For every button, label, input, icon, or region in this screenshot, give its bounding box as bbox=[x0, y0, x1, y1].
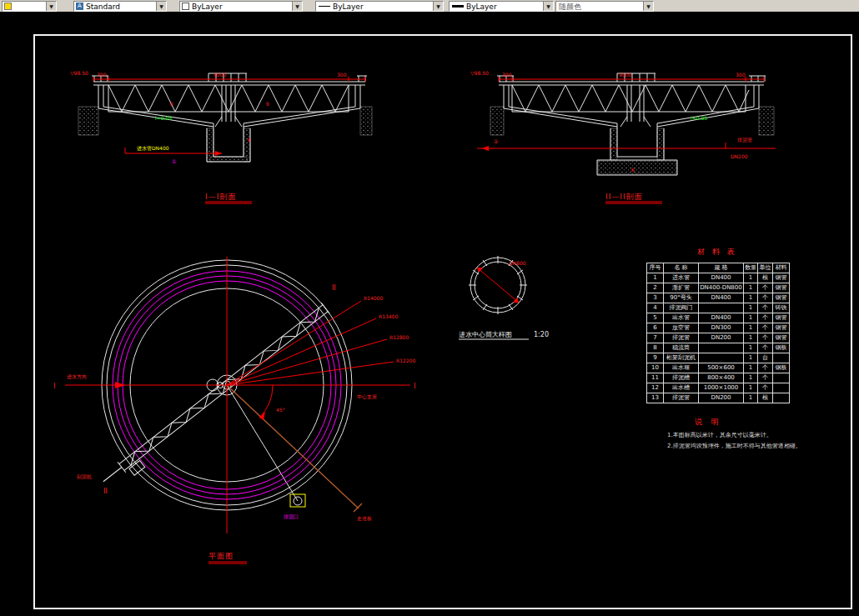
table-cell: 钢管 bbox=[773, 323, 790, 333]
table-row: 6 放空管 DN300 1 个 钢管 bbox=[647, 323, 790, 333]
table-cell: 排泥阀门 bbox=[664, 303, 699, 313]
material-table-title: 材 料 表 bbox=[646, 247, 788, 258]
table-cell bbox=[773, 373, 790, 383]
table-cell: 13 bbox=[647, 393, 664, 403]
radius-label: R12200 bbox=[396, 358, 415, 363]
dim-label: 300 bbox=[736, 72, 746, 78]
chevron-down-icon[interactable]: ▼ bbox=[46, 2, 56, 11]
text-style-combo[interactable]: A Standard ▼ bbox=[73, 1, 167, 12]
table-cell: 稳流筒 bbox=[664, 343, 699, 353]
table-cell: DN300 bbox=[699, 323, 744, 333]
table-cell: 5 bbox=[647, 313, 664, 323]
table-cell: 个 bbox=[758, 343, 773, 353]
properties-toolbar: ▼ A Standard ▼ ByLayer ▼ ByLayer ▼ ByLay… bbox=[0, 0, 859, 13]
table-row: 11 排泥槽 800×400 1 个 bbox=[647, 373, 790, 383]
table-cell: 10 bbox=[647, 363, 664, 373]
notes-block: 1.本图标高以米计，其余尺寸以毫米计。 2.排泥管均设预埋件，施工时不得与其他管… bbox=[667, 431, 807, 453]
table-cell: DN400 bbox=[699, 293, 744, 303]
table-cell: 800×400 bbox=[699, 373, 744, 383]
table-cell: 7 bbox=[647, 333, 664, 343]
table-cell bbox=[699, 353, 744, 363]
lineweight-combo[interactable]: ByLayer ▼ bbox=[449, 1, 554, 12]
sludge-label: 排泥口 bbox=[284, 513, 299, 520]
table-row: 3 90°弯头 DN400 1 个 钢管 bbox=[647, 293, 790, 303]
table-cell: 根 bbox=[758, 393, 773, 403]
dim-label: 9000 bbox=[619, 72, 631, 78]
table-row: 13 排泥管 DN200 1 根 bbox=[647, 393, 790, 403]
table-cell: 桁架刮泥机 bbox=[664, 353, 699, 363]
table-cell: 排泥槽 bbox=[664, 373, 699, 383]
linetype-combo[interactable]: ByLayer ▼ bbox=[315, 1, 444, 12]
plotstyle-value: 随颜色 bbox=[556, 3, 581, 11]
table-cell: 钢板 bbox=[773, 343, 790, 353]
table-cell: 根 bbox=[758, 273, 773, 283]
table-cell bbox=[699, 343, 744, 353]
table-cell: 个 bbox=[758, 383, 773, 393]
table-row: 8 稳流筒 1 个 钢板 bbox=[647, 343, 790, 353]
col-header: 序号 bbox=[647, 263, 664, 273]
table-cell bbox=[773, 383, 790, 393]
color-value: ByLayer bbox=[189, 3, 223, 11]
layer-combo[interactable]: ▼ bbox=[2, 1, 57, 12]
table-cell: 1 bbox=[744, 393, 758, 403]
chevron-down-icon[interactable]: ▼ bbox=[543, 2, 553, 11]
plotstyle-combo[interactable]: 随颜色 ▼ bbox=[555, 1, 654, 12]
table-cell: DN400 bbox=[699, 273, 744, 283]
table-cell: 个 bbox=[758, 283, 773, 293]
pipe-label: 排泥管 bbox=[737, 137, 752, 143]
table-cell: 90°弯头 bbox=[664, 293, 699, 303]
detail-title: 进水中心筒大样图 bbox=[459, 331, 512, 338]
table-cell: DN400 bbox=[699, 313, 744, 323]
pipe-spec-label: DN200 bbox=[731, 153, 748, 159]
chevron-down-icon[interactable]: ▼ bbox=[433, 2, 443, 11]
table-cell: 出水管 bbox=[664, 313, 699, 323]
table-cell: 1 bbox=[744, 293, 758, 303]
section-view-2: 300 9000 300 ▽98.50 i=0.05 排泥管 DN200 ② ⑧… bbox=[470, 70, 776, 203]
col-header: 数量 bbox=[744, 263, 758, 273]
table-cell: 9 bbox=[647, 353, 664, 363]
table-cell: 个 bbox=[758, 303, 773, 313]
pipe-label: 进水管DN400 bbox=[137, 145, 169, 152]
table-cell: 个 bbox=[758, 323, 773, 333]
layer-state-icon bbox=[4, 3, 12, 10]
table-row: 1 进水管 DN400 1 根 钢管 bbox=[647, 273, 790, 283]
center-support-label: 中心支座 bbox=[357, 393, 377, 400]
balloon-ref: ⑧ bbox=[630, 167, 635, 173]
table-cell: 4 bbox=[647, 303, 664, 313]
table-row: 7 排泥管 DN200 1 个 钢管 bbox=[647, 333, 790, 343]
table-header-row: 序号 名 称 规 格 数量 单位 材料 bbox=[647, 263, 790, 273]
table-cell: 1 bbox=[744, 283, 758, 293]
color-swatch-icon bbox=[182, 3, 189, 10]
table-cell: 个 bbox=[758, 313, 773, 323]
table-cell: 钢管 bbox=[773, 333, 790, 343]
chevron-down-icon[interactable]: ▼ bbox=[156, 2, 166, 11]
plan-view: 进水方向 I I II II R14000 R13400 R12800 R122… bbox=[53, 257, 415, 563]
table-cell: 个 bbox=[758, 363, 773, 373]
table-cell: 8 bbox=[647, 343, 664, 353]
col-header: 规 格 bbox=[699, 263, 744, 273]
table-row: 9 桁架刮泥机 1 台 bbox=[647, 353, 790, 363]
section1-title: I—I剖面 bbox=[205, 193, 236, 201]
detail-scale: 1:20 bbox=[534, 331, 549, 338]
lineweight-icon bbox=[452, 5, 464, 8]
table-cell: 钢管 bbox=[773, 283, 790, 293]
walkway-line bbox=[227, 385, 359, 508]
table-cell: 个 bbox=[758, 333, 773, 343]
color-combo[interactable]: ByLayer ▼ bbox=[179, 1, 303, 12]
section-marker: I bbox=[53, 383, 55, 390]
col-header: 材料 bbox=[773, 263, 790, 273]
table-cell: 台 bbox=[758, 353, 773, 363]
table-cell: 1 bbox=[744, 303, 758, 313]
detail-dim-label: DN800 bbox=[509, 260, 526, 266]
chevron-down-icon[interactable]: ▼ bbox=[292, 2, 302, 11]
table-cell: DN400-DN800 bbox=[699, 283, 744, 293]
table-cell: 个 bbox=[758, 373, 773, 383]
table-cell: 钢管 bbox=[773, 313, 790, 323]
table-cell: 个 bbox=[758, 293, 773, 303]
section-marker: II bbox=[332, 284, 336, 292]
drawing-canvas[interactable]: 300 9000 300 ▽98.50 i=0.05 进水管DN400 ④ ⑤ … bbox=[0, 12, 859, 616]
table-cell: 11 bbox=[647, 373, 664, 383]
linetype-value: ByLayer bbox=[330, 3, 364, 11]
note-line: 1.本图标高以米计，其余尺寸以毫米计。 bbox=[667, 431, 807, 440]
table-cell: 放空管 bbox=[664, 323, 699, 333]
